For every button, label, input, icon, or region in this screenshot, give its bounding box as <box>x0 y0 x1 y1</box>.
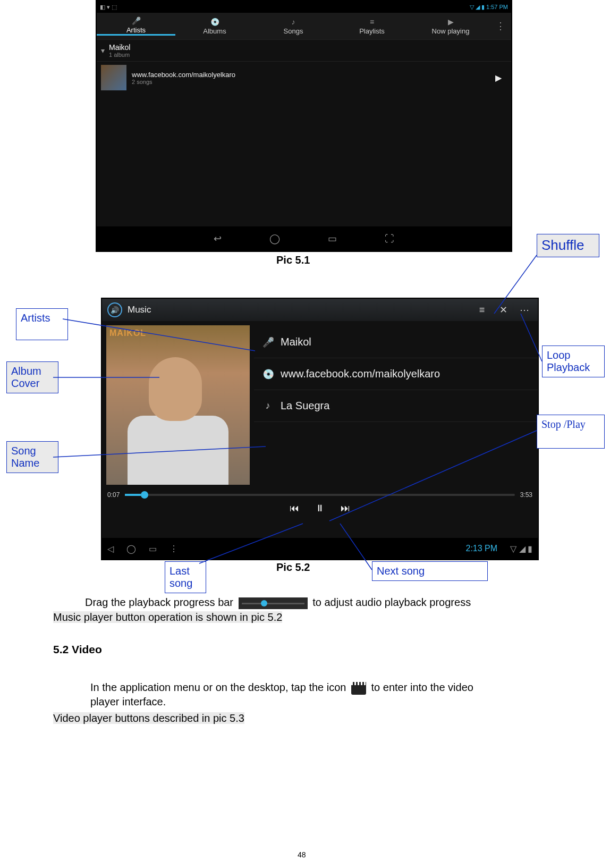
status-icons: ▽ ◢ ▮ <box>510 544 532 554</box>
home-icon[interactable]: ◯ <box>126 544 136 554</box>
system-nav-bar: ↩ ◯ ▭ ⛶ <box>97 226 511 251</box>
note-icon: ♪ <box>292 18 295 26</box>
album-row[interactable]: www.facebook.com/maikolyelkaro 2 songs ▶ <box>97 61 511 94</box>
track-album: www.facebook.com/maikolyelkaro <box>281 368 440 380</box>
album-thumbnail <box>101 65 126 90</box>
system-clock: 2:13 PM <box>466 544 498 553</box>
tab-albums[interactable]: 💿 Albums <box>175 18 254 35</box>
inline-progress-icon <box>239 597 308 609</box>
progress-bar[interactable] <box>125 494 514 496</box>
tab-label: Songs <box>284 27 303 35</box>
track-song: La Suegra <box>281 400 329 412</box>
playback-controls: ⏮ ⏸ ⏭ <box>102 501 538 517</box>
progress-row: 0:07 3:53 <box>102 489 538 501</box>
speaker-icon: 🔊 <box>107 302 122 317</box>
paragraph-video: In the application menu or on the deskto… <box>90 680 584 709</box>
loop-icon[interactable]: ⋯ <box>516 304 532 316</box>
callout-album-cover: Album Cover <box>6 361 58 393</box>
track-artist-row[interactable]: 🎤 Maikol <box>254 326 538 358</box>
paragraph-video-ops: Video player buttons described in pic 5.… <box>53 711 563 726</box>
callout-artists: Artists <box>16 308 68 340</box>
track-info-list: 🎤 Maikol 💿 www.facebook.com/maikolyelkar… <box>254 321 538 489</box>
album-cover: MAIKOL <box>106 325 250 485</box>
back-icon[interactable]: ↩ <box>214 233 222 245</box>
callout-shuffle: Shuffle <box>537 234 599 257</box>
note-icon: ♪ <box>262 400 273 411</box>
track-album-row[interactable]: 💿 www.facebook.com/maikolyelkaro <box>254 358 538 390</box>
disc-icon: 💿 <box>210 18 219 26</box>
play-icon: ▶ <box>448 18 454 26</box>
back-icon[interactable]: ◁ <box>107 544 114 554</box>
caption-pic-5-2: Pic 5.2 <box>276 561 310 574</box>
tab-bar: 🎤 Artists 💿 Albums ♪ Songs ≡ Playlists ▶… <box>97 13 511 39</box>
system-bar: ◁ ◯ ▭ ⋮ 2:13 PM ▽ ◢ ▮ <box>102 538 538 559</box>
artist-row[interactable]: ▾ Maikol 1 album <box>97 39 511 61</box>
menu-icon[interactable]: ⋮ <box>170 544 178 554</box>
list-icon: ≡ <box>370 18 374 26</box>
tab-label: Artists <box>126 26 146 34</box>
artist-name: Maikol <box>109 43 130 52</box>
cover-brand-text: MAIKOL <box>109 328 146 338</box>
callout-last-song: Last song <box>165 561 206 593</box>
artist-subtitle: 1 album <box>109 52 130 58</box>
app-title: Music <box>128 305 151 315</box>
play-button-icon[interactable]: ▶ <box>495 73 507 83</box>
video-app-icon <box>351 682 366 695</box>
tab-playlists[interactable]: ≡ Playlists <box>333 18 411 35</box>
progress-knob[interactable] <box>141 491 148 499</box>
heading-video: 5.2 Video <box>53 643 102 656</box>
page-number: 48 <box>298 850 306 859</box>
recents-icon[interactable]: ▭ <box>149 544 157 554</box>
callout-loop-playback: Loop Playback <box>542 345 605 377</box>
callout-song-name: Song Name <box>6 441 58 473</box>
tab-label: Playlists <box>359 27 385 35</box>
home-icon[interactable]: ◯ <box>269 233 280 245</box>
screenshot-icon[interactable]: ⛶ <box>385 233 394 245</box>
tab-label: Albums <box>203 27 226 35</box>
paragraph-music-ops: Music player button operation is shown i… <box>53 610 563 625</box>
status-right: ▽ ◢ ▮ 1:57 PM <box>470 4 508 11</box>
recents-icon[interactable]: ▭ <box>328 233 337 245</box>
expand-arrow-icon: ▾ <box>101 46 105 55</box>
caption-pic-5-1: Pic 5.1 <box>276 254 310 266</box>
disc-icon: 💿 <box>262 368 273 380</box>
album-title: www.facebook.com/maikolyelkaro <box>132 71 235 79</box>
previous-button[interactable]: ⏮ <box>290 503 299 514</box>
play-pause-button[interactable]: ⏸ <box>315 503 325 514</box>
screenshot-pic-5-1: ◧ ▾ ⬚ ▽ ◢ ▮ 1:57 PM 🎤 Artists 💿 Albums ♪… <box>96 0 512 252</box>
tab-now-playing[interactable]: ▶ Now playing <box>411 18 490 35</box>
track-song-row[interactable]: ♪ La Suegra <box>254 390 538 422</box>
tab-artists[interactable]: 🎤 Artists <box>97 16 175 36</box>
overflow-menu-icon[interactable]: ⋮ <box>490 20 511 32</box>
paragraph-drag: Drag the playback progress bar to adjust… <box>85 595 574 610</box>
mic-icon: 🎤 <box>262 336 273 348</box>
next-button[interactable]: ⏭ <box>341 503 350 514</box>
screenshot-pic-5-2: 🔊 Music ≡ ✕ ⋯ MAIKOL 🎤 Maikol 💿 www.face… <box>101 298 539 560</box>
music-top-bar: 🔊 Music ≡ ✕ ⋯ <box>102 299 538 321</box>
status-left: ◧ ▾ ⬚ <box>100 4 117 11</box>
album-subtitle: 2 songs <box>132 79 235 85</box>
mic-icon: 🎤 <box>132 16 141 25</box>
list-view-icon[interactable]: ≡ <box>474 305 490 316</box>
tab-songs[interactable]: ♪ Songs <box>254 18 333 35</box>
elapsed-time: 0:07 <box>107 491 120 499</box>
track-artist: Maikol <box>281 336 311 348</box>
total-time: 3:53 <box>520 491 532 499</box>
status-bar: ◧ ▾ ⬚ ▽ ◢ ▮ 1:57 PM <box>97 1 511 13</box>
shuffle-icon[interactable]: ✕ <box>495 304 511 316</box>
callout-next-song: Next song <box>372 561 488 581</box>
tab-label: Now playing <box>432 27 470 35</box>
callout-stop-play: Stop /Play <box>537 415 605 449</box>
